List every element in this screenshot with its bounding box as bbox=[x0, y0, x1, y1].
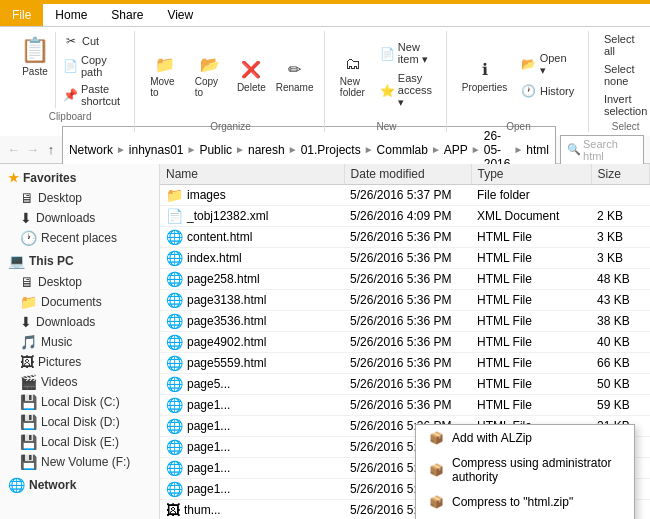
nav-pc-downloads[interactable]: ⬇ Downloads bbox=[0, 312, 159, 332]
table-row[interactable]: 📄_tobj12382.xml 5/26/2016 4:09 PM XML Do… bbox=[160, 206, 650, 227]
nav-recent-places[interactable]: 🕐 Recent places bbox=[0, 228, 159, 248]
table-row[interactable]: 🌐content.html 5/26/2016 5:36 PM HTML Fil… bbox=[160, 227, 650, 248]
cell-type: HTML File bbox=[471, 290, 591, 311]
select-none-button[interactable]: Select none bbox=[599, 61, 650, 89]
properties-icon: ℹ bbox=[473, 58, 497, 82]
cell-name: 🌐page4902.html bbox=[160, 332, 344, 353]
new-buttons: 🗂 New folder 📄 New item ▾ ⭐ Easy access … bbox=[335, 31, 438, 119]
rename-button[interactable]: ✏ Rename bbox=[273, 55, 316, 96]
nav-local-d[interactable]: 💾 Local Disk (D:) bbox=[0, 412, 159, 432]
tab-share[interactable]: Share bbox=[99, 4, 155, 26]
clipboard-sub-buttons: ✂ Cut 📄 Copy path 📌 Paste shortcut bbox=[58, 31, 126, 109]
cell-name: 📁images bbox=[160, 185, 344, 206]
col-name[interactable]: Name bbox=[160, 164, 344, 185]
properties-button[interactable]: ℹ Properties bbox=[457, 55, 512, 96]
cell-date: 5/26/2016 5:36 PM bbox=[344, 227, 471, 248]
table-row[interactable]: 🌐page3138.html 5/26/2016 5:36 PM HTML Fi… bbox=[160, 290, 650, 311]
ctx-item-compress_zip[interactable]: 📦Compress to "html.zip" bbox=[416, 489, 634, 515]
file-icon: 📄 bbox=[166, 208, 183, 224]
table-row[interactable]: 🌐page5... 5/26/2016 5:36 PM HTML File 50… bbox=[160, 374, 650, 395]
move-to-button[interactable]: 📁 Move to bbox=[145, 49, 186, 101]
pc-desktop-icon: 🖥 bbox=[20, 274, 34, 290]
col-date[interactable]: Date modified bbox=[344, 164, 471, 185]
path-sep-4: ► bbox=[288, 144, 298, 155]
nav-documents[interactable]: 📁 Documents bbox=[0, 292, 159, 312]
table-row[interactable]: 🌐page3536.html 5/26/2016 5:36 PM HTML Fi… bbox=[160, 311, 650, 332]
back-button[interactable]: ← bbox=[6, 140, 21, 160]
col-type[interactable]: Type bbox=[471, 164, 591, 185]
cut-button[interactable]: ✂ Cut bbox=[58, 31, 126, 51]
new-folder-button[interactable]: 🗂 New folder bbox=[335, 49, 371, 101]
cell-name: 🌐page3536.html bbox=[160, 311, 344, 332]
cell-name: 🌐page3138.html bbox=[160, 290, 344, 311]
select-all-button[interactable]: Select all bbox=[599, 31, 650, 59]
this-pc-header[interactable]: 💻 This PC bbox=[0, 250, 159, 272]
nav-new-volume[interactable]: 💾 New Volume (F:) bbox=[0, 452, 159, 472]
path-naresh: naresh bbox=[248, 143, 285, 157]
network-section: 🌐 Network bbox=[0, 474, 159, 496]
nav-desktop[interactable]: 🖥 Desktop bbox=[0, 188, 159, 208]
favorites-header[interactable]: ★ Favorites bbox=[0, 168, 159, 188]
recent-icon: 🕐 bbox=[20, 230, 37, 246]
nav-music[interactable]: 🎵 Music bbox=[0, 332, 159, 352]
cell-date: 5/26/2016 5:36 PM bbox=[344, 332, 471, 353]
nav-pc-desktop[interactable]: 🖥 Desktop bbox=[0, 272, 159, 292]
table-row[interactable]: 🌐index.html 5/26/2016 5:36 PM HTML File … bbox=[160, 248, 650, 269]
file-icon: 🌐 bbox=[166, 397, 183, 413]
tab-view[interactable]: View bbox=[155, 4, 205, 26]
network-icon: 🌐 bbox=[8, 477, 25, 493]
ctx-icon-add_alzip: 📦 bbox=[428, 430, 444, 446]
organize-label: Organize bbox=[210, 121, 251, 132]
delete-button[interactable]: ❌ Delete bbox=[233, 55, 269, 96]
paste-button[interactable]: 📋 Paste bbox=[14, 31, 56, 109]
easy-access-button[interactable]: ⭐ Easy access ▾ bbox=[375, 70, 438, 111]
nav-local-c[interactable]: 💾 Local Disk (C:) bbox=[0, 392, 159, 412]
ctx-item-add_alzip[interactable]: 📦Add with ALZip bbox=[416, 425, 634, 451]
up-button[interactable]: ↑ bbox=[44, 140, 58, 160]
new-item-button[interactable]: 📄 New item ▾ bbox=[375, 39, 438, 68]
copy-path-button[interactable]: 📄 Copy path bbox=[58, 52, 126, 80]
col-size[interactable]: Size bbox=[591, 164, 649, 185]
nav-pictures[interactable]: 🖼 Pictures bbox=[0, 352, 159, 372]
tab-file[interactable]: File bbox=[0, 4, 43, 26]
cell-name: 🌐index.html bbox=[160, 248, 344, 269]
ribbon-tabs: File Home Share View bbox=[0, 4, 650, 27]
path-sep-1: ► bbox=[116, 144, 126, 155]
nav-videos[interactable]: 🎬 Videos bbox=[0, 372, 159, 392]
paste-shortcut-button[interactable]: 📌 Paste shortcut bbox=[58, 81, 126, 109]
copy-to-button[interactable]: 📂 Copy to bbox=[190, 49, 230, 101]
file-icon: 🌐 bbox=[166, 355, 183, 371]
cell-type: HTML File bbox=[471, 311, 591, 332]
cell-name: 🌐page1... bbox=[160, 395, 344, 416]
path-app: APP bbox=[444, 143, 468, 157]
ctx-item-compress_each[interactable]: 📦Compress seperately using each filename bbox=[416, 515, 634, 519]
ctx-item-compress_admin[interactable]: 📦Compress using administrator authority bbox=[416, 451, 634, 489]
table-row[interactable]: 🌐page5559.html 5/26/2016 5:36 PM HTML Fi… bbox=[160, 353, 650, 374]
table-row[interactable]: 📁images 5/26/2016 5:37 PM File folder bbox=[160, 185, 650, 206]
history-button[interactable]: 🕐 History bbox=[516, 81, 580, 101]
forward-button[interactable]: → bbox=[25, 140, 40, 160]
tab-home[interactable]: Home bbox=[43, 4, 99, 26]
cell-name: 🌐content.html bbox=[160, 227, 344, 248]
cell-name: 🖼thum... bbox=[160, 500, 344, 520]
open-group: ℹ Properties 📂 Open ▾ 🕐 History Open bbox=[449, 31, 589, 132]
search-box[interactable]: 🔍 Search html bbox=[560, 135, 644, 165]
cell-date: 5/26/2016 4:09 PM bbox=[344, 206, 471, 227]
cell-name: 🌐page1... bbox=[160, 437, 344, 458]
file-icon: 🌐 bbox=[166, 460, 183, 476]
pictures-icon: 🖼 bbox=[20, 354, 34, 370]
open-icon: 📂 bbox=[521, 56, 537, 72]
file-icon: 🌐 bbox=[166, 376, 183, 392]
nav-local-e[interactable]: 💾 Local Disk (E:) bbox=[0, 432, 159, 452]
table-row[interactable]: 🌐page1... 5/26/2016 5:36 PM HTML File 59… bbox=[160, 395, 650, 416]
table-row[interactable]: 🌐page4902.html 5/26/2016 5:36 PM HTML Fi… bbox=[160, 332, 650, 353]
invert-selection-button[interactable]: Invert selection bbox=[599, 91, 650, 119]
ribbon-bar: 📋 Paste ✂ Cut 📄 Copy path 📌 Paste shortc… bbox=[0, 27, 650, 136]
nav-downloads[interactable]: ⬇ Downloads bbox=[0, 208, 159, 228]
file-icon: 🌐 bbox=[166, 292, 183, 308]
table-row[interactable]: 🌐page258.html 5/26/2016 5:36 PM HTML Fil… bbox=[160, 269, 650, 290]
file-icon: 🖼 bbox=[166, 502, 180, 518]
network-header[interactable]: 🌐 Network bbox=[0, 474, 159, 496]
open-button[interactable]: 📂 Open ▾ bbox=[516, 50, 580, 79]
network-label: Network bbox=[29, 478, 76, 492]
